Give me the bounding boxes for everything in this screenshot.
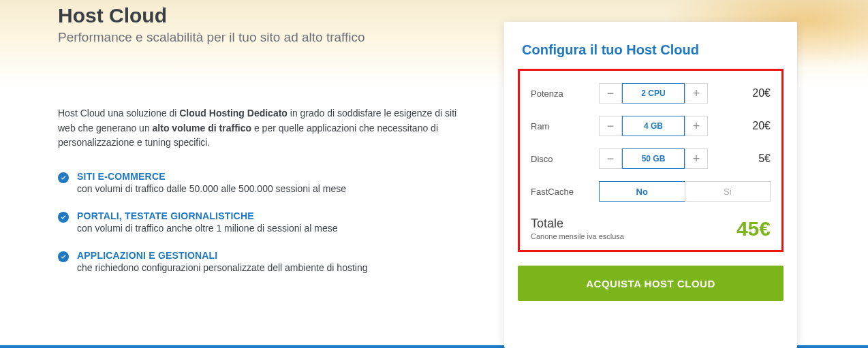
toggle-fastcache: No Si — [599, 181, 771, 202]
minus-button[interactable]: − — [599, 116, 622, 136]
description: Host Cloud una soluzione di Cloud Hostin… — [58, 106, 463, 151]
bullet-applicazioni: APPLICAZIONI E GESTIONALI che richiedono… — [58, 250, 463, 273]
row-ram: Ram − 4 GB + 20€ — [531, 116, 771, 136]
bullet-sub: che richiedono configurazioni personaliz… — [77, 262, 368, 273]
value-ram: 4 GB — [622, 116, 685, 136]
stepper-potenza: − 2 CPU + — [599, 83, 708, 104]
value-disco: 50 GB — [622, 148, 685, 169]
totale-value: 45€ — [737, 217, 771, 240]
bullet-text: PORTALI, TESTATE GIORNALISTICHE con volu… — [77, 210, 338, 234]
check-icon — [58, 251, 69, 262]
bullet-sub: con volumi di traffico dalle 50.000 alle… — [77, 183, 346, 194]
page-subtitle: Performance e scalabilità per il tuo sit… — [58, 30, 463, 45]
bullet-title: SITI E-COMMERCE — [77, 171, 346, 182]
desc-text: Host Cloud una soluzione di — [58, 108, 179, 118]
configurator-panel: Configura il tuo Host Cloud Potenza − 2 … — [504, 22, 797, 348]
plus-button[interactable]: + — [685, 116, 708, 136]
config-highlight-box: Potenza − 2 CPU + 20€ Ram − 4 GB + 20€ D… — [518, 69, 784, 252]
price-potenza: 20€ — [752, 87, 771, 99]
totale-row: Totale Canone mensile iva esclusa 45€ — [531, 217, 771, 240]
price-disco: 5€ — [758, 153, 771, 165]
bullet-title: APPLICAZIONI E GESTIONALI — [77, 250, 368, 261]
label-ram: Ram — [531, 121, 599, 131]
check-icon — [58, 212, 69, 223]
toggle-si[interactable]: Si — [685, 181, 771, 202]
check-icon — [58, 172, 69, 183]
label-potenza: Potenza — [531, 89, 599, 99]
toggle-no[interactable]: No — [599, 181, 685, 202]
minus-button[interactable]: − — [599, 148, 622, 169]
feature-bullets: SITI E-COMMERCE con volumi di traffico d… — [58, 171, 463, 273]
totale-sub: Canone mensile iva esclusa — [531, 232, 624, 240]
label-disco: Disco — [531, 154, 599, 164]
totale-label: Totale — [531, 217, 624, 231]
bullet-text: SITI E-COMMERCE con volumi di traffico d… — [77, 171, 346, 194]
left-column: Host Cloud Performance e scalabilità per… — [58, 0, 463, 348]
panel-title: Configura il tuo Host Cloud — [518, 42, 784, 58]
plus-button[interactable]: + — [685, 148, 708, 169]
bullet-title: PORTALI, TESTATE GIORNALISTICHE — [77, 210, 338, 221]
bullet-portali: PORTALI, TESTATE GIORNALISTICHE con volu… — [58, 210, 463, 234]
desc-bold-1: Cloud Hosting Dedicato — [179, 108, 288, 118]
row-disco: Disco − 50 GB + 5€ — [531, 148, 771, 169]
value-potenza: 2 CPU — [622, 83, 685, 104]
stepper-disco: − 50 GB + — [599, 148, 708, 169]
totale-left: Totale Canone mensile iva esclusa — [531, 217, 624, 240]
minus-button[interactable]: − — [599, 83, 622, 104]
page-title: Host Cloud — [58, 4, 463, 27]
bullet-ecommerce: SITI E-COMMERCE con volumi di traffico d… — [58, 171, 463, 194]
bullet-text: APPLICAZIONI E GESTIONALI che richiedono… — [77, 250, 368, 273]
buy-button[interactable]: ACQUISTA HOST CLOUD — [518, 266, 784, 301]
row-fastcache: FastCache No Si — [531, 181, 771, 202]
bullet-sub: con volumi di traffico anche oltre 1 mil… — [77, 223, 338, 234]
label-fastcache: FastCache — [531, 187, 599, 197]
price-ram: 20€ — [752, 120, 771, 132]
stepper-ram: − 4 GB + — [599, 116, 708, 136]
plus-button[interactable]: + — [685, 83, 708, 104]
page-container: Host Cloud Performance e scalabilità per… — [0, 0, 868, 348]
row-potenza: Potenza − 2 CPU + 20€ — [531, 83, 771, 104]
desc-bold-2: alto volume di traffico — [153, 123, 251, 133]
